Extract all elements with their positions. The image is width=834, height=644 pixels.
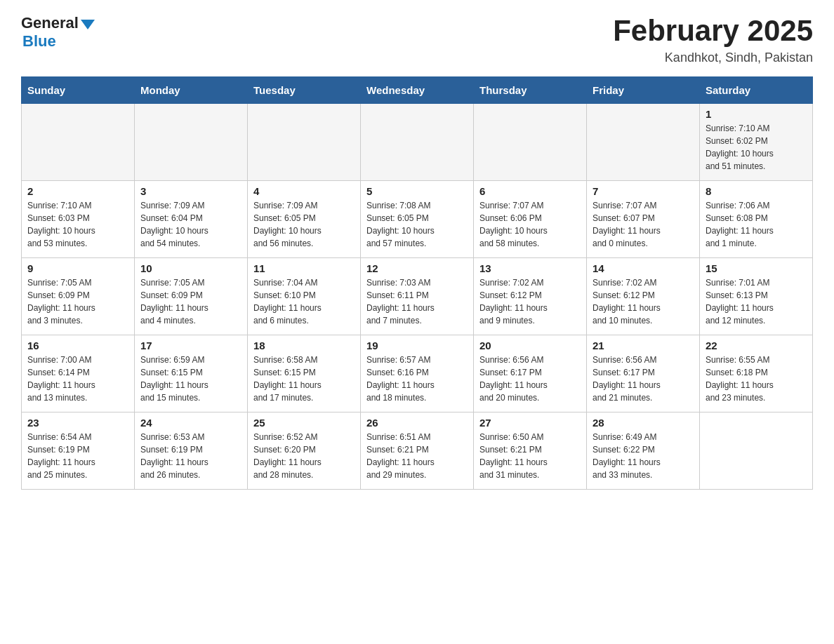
day-cell: 25Sunrise: 6:52 AM Sunset: 6:20 PM Dayli… <box>248 412 361 490</box>
page-header: General Blue February 2025 Kandhkot, Sin… <box>21 14 813 65</box>
day-cell: 2Sunrise: 7:10 AM Sunset: 6:03 PM Daylig… <box>22 181 135 258</box>
logo-general-label: General <box>21 14 79 32</box>
day-cell: 22Sunrise: 6:55 AM Sunset: 6:18 PM Dayli… <box>700 335 813 412</box>
day-info: Sunrise: 7:02 AM Sunset: 6:12 PM Dayligh… <box>479 276 581 327</box>
day-cell: 3Sunrise: 7:09 AM Sunset: 6:04 PM Daylig… <box>135 181 248 258</box>
week-row-2: 2Sunrise: 7:10 AM Sunset: 6:03 PM Daylig… <box>22 181 813 258</box>
day-info: Sunrise: 7:08 AM Sunset: 6:05 PM Dayligh… <box>366 199 468 250</box>
header-cell-wednesday: Wednesday <box>361 77 474 104</box>
day-info: Sunrise: 7:10 AM Sunset: 6:03 PM Dayligh… <box>27 199 128 250</box>
day-info: Sunrise: 6:50 AM Sunset: 6:21 PM Dayligh… <box>479 431 581 481</box>
day-info: Sunrise: 6:56 AM Sunset: 6:17 PM Dayligh… <box>479 354 581 404</box>
day-number: 20 <box>479 340 581 351</box>
day-number: 3 <box>140 185 241 197</box>
day-number: 14 <box>593 262 694 274</box>
day-info: Sunrise: 7:09 AM Sunset: 6:04 PM Dayligh… <box>140 199 241 250</box>
day-number: 19 <box>366 340 468 351</box>
logo: General Blue <box>21 14 95 51</box>
day-cell <box>587 104 700 181</box>
week-row-5: 23Sunrise: 6:54 AM Sunset: 6:19 PM Dayli… <box>22 412 813 490</box>
week-row-3: 9Sunrise: 7:05 AM Sunset: 6:09 PM Daylig… <box>22 258 813 335</box>
day-info: Sunrise: 6:49 AM Sunset: 6:22 PM Dayligh… <box>593 431 694 481</box>
day-cell: 5Sunrise: 7:08 AM Sunset: 6:05 PM Daylig… <box>361 181 474 258</box>
month-title: February 2025 <box>613 14 813 48</box>
day-cell: 11Sunrise: 7:04 AM Sunset: 6:10 PM Dayli… <box>248 258 361 335</box>
day-cell: 19Sunrise: 6:57 AM Sunset: 6:16 PM Dayli… <box>361 335 474 412</box>
day-number: 22 <box>706 340 807 351</box>
day-info: Sunrise: 7:09 AM Sunset: 6:05 PM Dayligh… <box>253 199 355 250</box>
header-cell-monday: Monday <box>135 77 248 104</box>
day-cell: 28Sunrise: 6:49 AM Sunset: 6:22 PM Dayli… <box>587 412 700 490</box>
day-number: 24 <box>140 417 241 429</box>
day-info: Sunrise: 7:06 AM Sunset: 6:08 PM Dayligh… <box>706 199 807 250</box>
day-info: Sunrise: 7:05 AM Sunset: 6:09 PM Dayligh… <box>140 276 241 327</box>
day-info: Sunrise: 7:07 AM Sunset: 6:06 PM Dayligh… <box>479 199 581 250</box>
day-info: Sunrise: 7:07 AM Sunset: 6:07 PM Dayligh… <box>593 199 694 250</box>
day-number: 5 <box>366 185 468 197</box>
day-info: Sunrise: 6:54 AM Sunset: 6:19 PM Dayligh… <box>27 431 128 481</box>
header-cell-saturday: Saturday <box>700 77 813 104</box>
day-info: Sunrise: 7:03 AM Sunset: 6:11 PM Dayligh… <box>366 276 468 327</box>
day-info: Sunrise: 6:53 AM Sunset: 6:19 PM Dayligh… <box>140 431 241 481</box>
day-info: Sunrise: 6:55 AM Sunset: 6:18 PM Dayligh… <box>706 354 807 404</box>
day-cell <box>135 104 248 181</box>
day-cell: 6Sunrise: 7:07 AM Sunset: 6:06 PM Daylig… <box>474 181 587 258</box>
day-cell <box>22 104 135 181</box>
day-info: Sunrise: 6:57 AM Sunset: 6:16 PM Dayligh… <box>366 354 468 404</box>
week-row-1: 1Sunrise: 7:10 AM Sunset: 6:02 PM Daylig… <box>22 104 813 181</box>
calendar-table: SundayMondayTuesdayWednesdayThursdayFrid… <box>21 76 813 490</box>
day-number: 13 <box>479 262 581 274</box>
day-number: 23 <box>27 417 128 429</box>
day-number: 2 <box>27 185 128 197</box>
day-info: Sunrise: 7:04 AM Sunset: 6:10 PM Dayligh… <box>253 276 355 327</box>
day-number: 16 <box>27 340 128 351</box>
day-cell: 4Sunrise: 7:09 AM Sunset: 6:05 PM Daylig… <box>248 181 361 258</box>
day-number: 9 <box>27 262 128 274</box>
day-cell <box>700 412 813 490</box>
day-cell <box>361 104 474 181</box>
day-number: 8 <box>706 185 807 197</box>
day-info: Sunrise: 6:51 AM Sunset: 6:21 PM Dayligh… <box>366 431 468 481</box>
day-number: 18 <box>253 340 355 351</box>
day-cell: 16Sunrise: 7:00 AM Sunset: 6:14 PM Dayli… <box>22 335 135 412</box>
day-number: 1 <box>706 108 807 120</box>
day-number: 28 <box>593 417 694 429</box>
day-cell: 10Sunrise: 7:05 AM Sunset: 6:09 PM Dayli… <box>135 258 248 335</box>
day-cell: 27Sunrise: 6:50 AM Sunset: 6:21 PM Dayli… <box>474 412 587 490</box>
day-info: Sunrise: 6:56 AM Sunset: 6:17 PM Dayligh… <box>593 354 694 404</box>
header-cell-tuesday: Tuesday <box>248 77 361 104</box>
day-number: 11 <box>253 262 355 274</box>
day-info: Sunrise: 7:00 AM Sunset: 6:14 PM Dayligh… <box>27 354 128 404</box>
day-info: Sunrise: 6:52 AM Sunset: 6:20 PM Dayligh… <box>253 431 355 481</box>
day-cell: 21Sunrise: 6:56 AM Sunset: 6:17 PM Dayli… <box>587 335 700 412</box>
day-cell: 23Sunrise: 6:54 AM Sunset: 6:19 PM Dayli… <box>22 412 135 490</box>
day-number: 4 <box>253 185 355 197</box>
day-cell: 1Sunrise: 7:10 AM Sunset: 6:02 PM Daylig… <box>700 104 813 181</box>
day-cell: 20Sunrise: 6:56 AM Sunset: 6:17 PM Dayli… <box>474 335 587 412</box>
day-cell <box>248 104 361 181</box>
day-number: 26 <box>366 417 468 429</box>
calendar-header: SundayMondayTuesdayWednesdayThursdayFrid… <box>22 77 813 104</box>
header-cell-sunday: Sunday <box>22 77 135 104</box>
location-label: Kandhkot, Sindh, Pakistan <box>613 51 813 65</box>
day-info: Sunrise: 6:59 AM Sunset: 6:15 PM Dayligh… <box>140 354 241 404</box>
day-info: Sunrise: 7:10 AM Sunset: 6:02 PM Dayligh… <box>706 122 807 173</box>
day-cell: 17Sunrise: 6:59 AM Sunset: 6:15 PM Dayli… <box>135 335 248 412</box>
header-cell-thursday: Thursday <box>474 77 587 104</box>
day-cell: 9Sunrise: 7:05 AM Sunset: 6:09 PM Daylig… <box>22 258 135 335</box>
logo-arrow-icon <box>81 20 95 29</box>
day-cell: 26Sunrise: 6:51 AM Sunset: 6:21 PM Dayli… <box>361 412 474 490</box>
day-cell: 7Sunrise: 7:07 AM Sunset: 6:07 PM Daylig… <box>587 181 700 258</box>
day-cell: 18Sunrise: 6:58 AM Sunset: 6:15 PM Dayli… <box>248 335 361 412</box>
day-info: Sunrise: 7:02 AM Sunset: 6:12 PM Dayligh… <box>593 276 694 327</box>
day-cell: 24Sunrise: 6:53 AM Sunset: 6:19 PM Dayli… <box>135 412 248 490</box>
header-cell-friday: Friday <box>587 77 700 104</box>
day-cell: 15Sunrise: 7:01 AM Sunset: 6:13 PM Dayli… <box>700 258 813 335</box>
day-number: 6 <box>479 185 581 197</box>
day-number: 25 <box>253 417 355 429</box>
day-cell: 13Sunrise: 7:02 AM Sunset: 6:12 PM Dayli… <box>474 258 587 335</box>
day-number: 17 <box>140 340 241 351</box>
day-info: Sunrise: 7:05 AM Sunset: 6:09 PM Dayligh… <box>27 276 128 327</box>
logo-blue-label: Blue <box>22 32 56 51</box>
day-number: 27 <box>479 417 581 429</box>
